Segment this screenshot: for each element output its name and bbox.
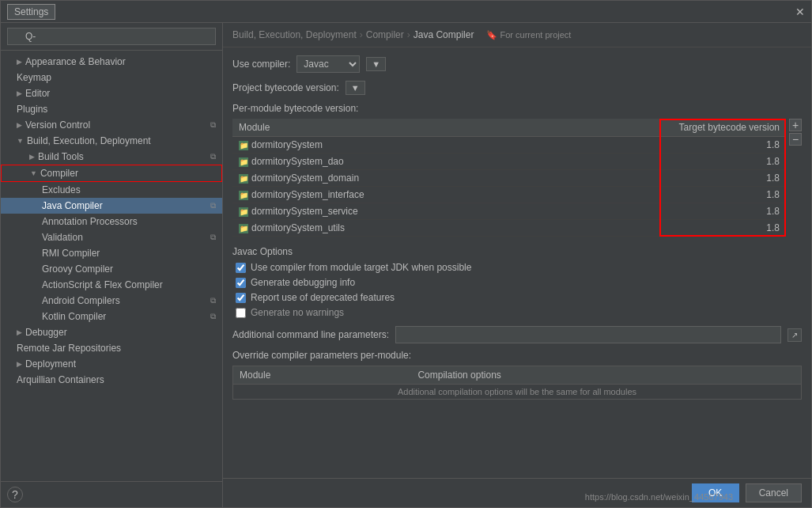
sidebar-item-label: Debugger <box>25 327 216 338</box>
sidebar-item-annotation-processors[interactable]: Annotation Processors <box>1 214 222 229</box>
sidebar-item-label: Remote Jar Repositories <box>17 343 216 354</box>
table-row[interactable]: 📁dormitorySystem_utils 1.8 <box>232 220 786 237</box>
checkbox-label-4: Generate no warnings <box>251 307 344 318</box>
arrow-icon: ▼ <box>17 137 24 145</box>
override-hint: Additional compilation options will be t… <box>233 385 802 400</box>
module-col-header: Module <box>232 119 536 137</box>
module-version: 1.8 <box>536 170 786 187</box>
copy-icon: ⧉ <box>210 152 216 161</box>
sidebar-item-keymap[interactable]: Keymap <box>1 70 222 85</box>
table-row[interactable]: 📁dormitorySystem_interface 1.8 <box>232 187 786 203</box>
arrow-icon: ▶ <box>17 58 22 66</box>
sidebar-item-compiler[interactable]: ▼ Compiler <box>1 165 222 182</box>
breadcrumb: Build, Execution, Deployment › Compiler … <box>223 23 811 47</box>
module-name: 📁dormitorySystem <box>232 137 536 154</box>
bottom-bar: OK Cancel <box>223 478 811 507</box>
sidebar-item-android-compilers[interactable]: Android Compilers ⧉ <box>1 293 222 309</box>
help-button[interactable]: ? <box>7 487 23 502</box>
sidebar-item-build-execution[interactable]: ▼ Build, Execution, Deployment <box>1 133 222 149</box>
sidebar-item-rmi-compiler[interactable]: RMI Compiler <box>1 245 222 261</box>
sidebar-item-label: Excludes <box>42 184 216 195</box>
sidebar-item-remote-jar[interactable]: Remote Jar Repositories <box>1 340 222 356</box>
breadcrumb-sep1: › <box>360 29 363 40</box>
main-content: 🔍 ▶ Appearance & Behavior Keymap ▶ Edito… <box>1 23 811 507</box>
sidebar-item-build-tools[interactable]: ▶ Build Tools ⧉ <box>1 149 222 165</box>
module-version: 1.8 <box>536 203 786 220</box>
table-actions: + − <box>789 119 802 146</box>
additional-cmd-label: Additional command line parameters: <box>232 329 389 340</box>
remove-module-button[interactable]: − <box>789 133 802 146</box>
project-bytecode-dropdown[interactable]: ▼ <box>346 81 365 95</box>
search-box: 🔍 <box>1 23 222 51</box>
override-options-header: Compilation options <box>411 366 801 385</box>
checkbox-label-3: Report use of deprecated features <box>251 292 395 303</box>
sidebar-item-groovy-compiler[interactable]: Groovy Compiler <box>1 261 222 277</box>
copy-icon: ⧉ <box>210 233 216 242</box>
sidebar-item-actionscript[interactable]: ActionScript & Flex Compiler <box>1 277 222 293</box>
override-module-header: Module <box>233 366 412 385</box>
sidebar-item-plugins[interactable]: Plugins <box>1 101 222 117</box>
close-button[interactable]: ✕ <box>795 6 805 18</box>
checkbox-label-1: Use compiler from module target JDK when… <box>251 262 471 273</box>
sidebar-item-validation[interactable]: Validation ⧉ <box>1 229 222 245</box>
compiler-dropdown-btn[interactable]: ▼ <box>366 57 386 71</box>
title-bar-left: Settings <box>7 4 55 20</box>
arrow-icon: ▼ <box>30 169 37 177</box>
sidebar-item-label: Android Compilers <box>42 295 207 306</box>
add-module-button[interactable]: + <box>789 119 802 131</box>
cancel-button[interactable]: Cancel <box>746 483 802 502</box>
module-version: 1.8 <box>536 220 786 237</box>
ok-button[interactable]: OK <box>692 483 739 502</box>
arrow-icon: ▶ <box>17 360 22 368</box>
sidebar-item-java-compiler[interactable]: Java Compiler ⧉ <box>1 198 222 214</box>
sidebar-item-arquillian[interactable]: Arquillian Containers <box>1 372 222 388</box>
checkbox-row-4: Generate no warnings <box>232 307 802 318</box>
settings-window: Settings ✕ 🔍 ▶ Appearance & Behavior Key… <box>0 0 812 508</box>
for-project-label: 🔖 For current project <box>486 30 571 40</box>
module-name: 📁dormitorySystem_domain <box>232 170 536 187</box>
module-icon: 📁 <box>239 141 248 150</box>
compiler-select[interactable]: Javac <box>296 55 360 73</box>
panel-content: Use compiler: Javac ▼ Project bytecode v… <box>223 47 811 478</box>
sidebar-item-label: Appearance & Behavior <box>25 56 216 67</box>
expand-button[interactable]: ↗ <box>787 328 802 342</box>
override-table: Module Compilation options Additional co… <box>232 366 802 400</box>
arrow-icon: ▶ <box>17 121 22 129</box>
checkbox-use-compiler[interactable] <box>236 263 246 273</box>
sidebar-item-appearance[interactable]: ▶ Appearance & Behavior <box>1 54 222 70</box>
sidebar-item-kotlin-compiler[interactable]: Kotlin Compiler ⧉ <box>1 309 222 324</box>
sidebar-item-label: Kotlin Compiler <box>42 311 207 322</box>
checkbox-row-1: Use compiler from module target JDK when… <box>232 262 802 273</box>
table-row[interactable]: 📁dormitorySystem_dao 1.8 <box>232 154 786 170</box>
checkbox-no-warnings[interactable] <box>236 308 246 318</box>
table-row[interactable]: 📁dormitorySystem_domain 1.8 <box>232 170 786 187</box>
breadcrumb-part3: Java Compiler <box>414 29 474 40</box>
arrow-icon: ▶ <box>29 153 35 161</box>
sidebar-item-version-control[interactable]: ▶ Version Control ⧉ <box>1 117 222 133</box>
module-version: 1.8 <box>536 154 786 170</box>
additional-cmd-input[interactable] <box>395 326 781 343</box>
checkbox-deprecated[interactable] <box>236 293 246 303</box>
module-icon: 📁 <box>239 157 248 167</box>
checkbox-debug-info[interactable] <box>236 278 246 288</box>
sidebar-item-debugger[interactable]: ▶ Debugger <box>1 324 222 340</box>
sidebar-bottom: ? <box>1 481 222 507</box>
sidebar-item-editor[interactable]: ▶ Editor <box>1 85 222 101</box>
search-wrap: 🔍 <box>7 28 216 45</box>
copy-icon: ⧉ <box>210 120 216 130</box>
module-name: 📁dormitorySystem_interface <box>232 187 536 203</box>
module-version: 1.8 <box>536 187 786 203</box>
copy-icon: ⧉ <box>210 296 216 305</box>
sidebar-item-deployment[interactable]: ▶ Deployment <box>1 356 222 372</box>
sidebar-item-label: Arquillian Containers <box>17 374 216 385</box>
sidebar-item-label: Build Tools <box>38 151 207 162</box>
search-input[interactable] <box>7 28 216 45</box>
sidebar: 🔍 ▶ Appearance & Behavior Keymap ▶ Edito… <box>1 23 223 507</box>
table-row[interactable]: 📁dormitorySystem_service 1.8 <box>232 203 786 220</box>
nav-tree: ▶ Appearance & Behavior Keymap ▶ Editor … <box>1 51 222 481</box>
sidebar-item-excludes[interactable]: Excludes <box>1 182 222 198</box>
table-row[interactable]: 📁dormitorySystem 1.8 <box>232 137 786 154</box>
module-name: 📁dormitorySystem_utils <box>232 220 536 237</box>
module-icon: 📁 <box>239 224 248 233</box>
breadcrumb-sep2: › <box>407 29 410 40</box>
